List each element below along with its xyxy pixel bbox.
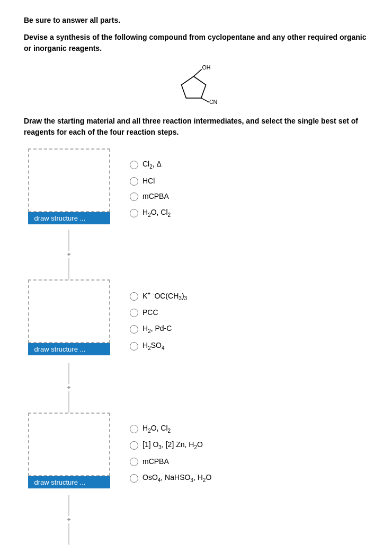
arrow-star-3: ✦ <box>66 516 72 523</box>
step-2-label-3: H2, Pd-C <box>142 323 172 335</box>
step-3-radio-3[interactable] <box>130 458 138 466</box>
step-2-option-4[interactable]: H2SO4 <box>130 340 187 352</box>
steps-container: draw structure ... Cl2, Δ HCl mCPBA H2O,… <box>24 148 368 545</box>
connector-2: ✦ <box>24 363 368 413</box>
step-3-radio-4[interactable] <box>130 474 138 483</box>
connector-3: ✦ <box>24 495 368 545</box>
step-1-left: draw structure ... <box>24 148 114 224</box>
step-3-left: draw structure ... <box>24 413 114 488</box>
step-1-radio-1[interactable] <box>130 161 138 169</box>
step-3-label-2: [1] O3, [2] Zn, H2O <box>142 440 203 451</box>
svg-text:OH: OH <box>202 64 211 71</box>
vert-line-1 <box>68 230 69 251</box>
step-3-label-3: mCPBA <box>142 457 169 467</box>
step-2-left: draw structure ... <box>24 279 114 355</box>
step-1-label-2: HCl <box>142 176 155 187</box>
step-3-draw-box[interactable] <box>28 413 110 476</box>
vert-line-1b <box>68 258 69 279</box>
step-1-reagents: Cl2, Δ HCl mCPBA H2O, Cl2 <box>114 148 171 224</box>
connector-1-left: ✦ <box>24 230 114 279</box>
vert-line-3 <box>68 495 69 516</box>
step-3-reagents: H2O, Cl2 [1] O3, [2] Zn, H2O mCPBA OsO4,… <box>114 413 211 489</box>
vert-line-3b <box>68 523 69 545</box>
arrow-star-2: ✦ <box>66 384 72 391</box>
connector-2-arrow: ✦ <box>56 363 82 413</box>
step-3-option-2[interactable]: [1] O3, [2] Zn, H2O <box>130 440 211 451</box>
step-3: draw structure ... H2O, Cl2 [1] O3, [2] … <box>24 413 368 489</box>
step-1-label-3: mCPBA <box>142 191 169 202</box>
step-1-draw-box[interactable] <box>28 148 110 212</box>
arrow-star-1: ✦ <box>66 251 72 258</box>
step-1-radio-4[interactable] <box>130 209 138 217</box>
vert-line-2 <box>68 363 69 384</box>
step-3-label-1: H2O, Cl2 <box>142 423 171 435</box>
connector-1: ✦ <box>24 230 368 279</box>
connector-1-arrow: ✦ <box>56 230 82 279</box>
step-1-label-4: H2O, Cl2 <box>142 207 171 219</box>
step-2-label-1: K+ -OC(CH3)3 <box>142 290 187 302</box>
step-1-radio-3[interactable] <box>130 192 138 201</box>
step-2-reagents: K+ -OC(CH3)3 PCC H2, Pd-C H2SO4 <box>114 279 187 357</box>
step-1: draw structure ... Cl2, Δ HCl mCPBA H2O,… <box>24 148 368 224</box>
step-1-label-1: Cl2, Δ <box>142 159 162 171</box>
connector-3-arrow: ✦ <box>56 495 82 545</box>
step-2-label-4: H2SO4 <box>142 340 164 352</box>
connector-3-left: ✦ <box>24 495 114 545</box>
svg-line-1 <box>194 69 202 76</box>
step-1-option-4[interactable]: H2O, Cl2 <box>130 207 171 219</box>
draw-instruction: Draw the starting material and all three… <box>24 116 368 138</box>
instruction-main: Devise a synthesis of the following comp… <box>24 32 368 54</box>
step-3-option-1[interactable]: H2O, Cl2 <box>130 423 211 435</box>
svg-marker-0 <box>181 76 206 98</box>
step-2-draw-box[interactable] <box>28 279 110 343</box>
step-1-option-3[interactable]: mCPBA <box>130 191 171 202</box>
connector-2-left: ✦ <box>24 363 114 413</box>
step-2-option-2[interactable]: PCC <box>130 308 187 318</box>
molecule-display: OH CN <box>24 64 368 106</box>
step-2-draw-btn[interactable]: draw structure ... <box>28 343 110 355</box>
step-2-label-2: PCC <box>142 308 158 318</box>
step-3-label-4: OsO4, NaHSO3, H2O <box>142 472 211 484</box>
step-1-option-1[interactable]: Cl2, Δ <box>130 159 171 171</box>
step-2-radio-4[interactable] <box>130 342 138 351</box>
step-1-radio-2[interactable] <box>130 177 138 186</box>
svg-text:CN: CN <box>209 99 217 105</box>
step-1-draw-btn[interactable]: draw structure ... <box>28 212 110 224</box>
step-3-radio-2[interactable] <box>130 441 138 450</box>
step-2-option-3[interactable]: H2, Pd-C <box>130 323 187 335</box>
step-2: draw structure ... K+ -OC(CH3)3 PCC H2, … <box>24 279 368 357</box>
step-2-radio-1[interactable] <box>130 292 138 301</box>
step-2-option-1[interactable]: K+ -OC(CH3)3 <box>130 290 187 302</box>
instruction-top: Be sure to answer all parts. <box>24 16 368 24</box>
step-3-radio-1[interactable] <box>130 425 138 433</box>
step-1-option-2[interactable]: HCl <box>130 176 171 187</box>
step-3-option-4[interactable]: OsO4, NaHSO3, H2O <box>130 472 211 484</box>
step-3-draw-btn[interactable]: draw structure ... <box>28 476 110 488</box>
vert-line-2b <box>68 391 69 413</box>
step-2-radio-2[interactable] <box>130 309 138 317</box>
step-2-radio-3[interactable] <box>130 325 138 334</box>
step-3-option-3[interactable]: mCPBA <box>130 457 211 467</box>
svg-line-3 <box>201 98 209 102</box>
